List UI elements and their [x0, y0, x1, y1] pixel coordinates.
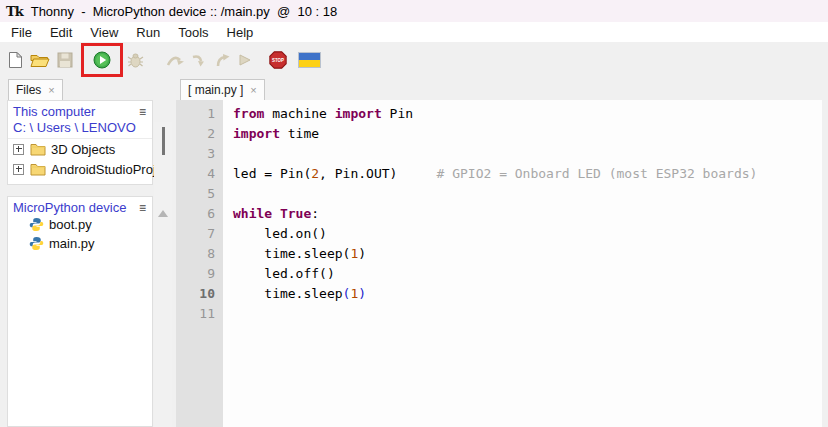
debug-bug-icon-disabled: [127, 52, 144, 69]
ukraine-support-button[interactable]: [298, 52, 321, 68]
micropython-device-section: MicroPython device ≡ boot.py: [7, 196, 153, 427]
this-computer-header: This computer ≡: [8, 101, 152, 119]
editor-tab-close-icon[interactable]: ×: [250, 84, 256, 96]
micropython-device-title: MicroPython device: [13, 200, 126, 215]
toolbar: STOP: [0, 42, 828, 78]
line-number: 2: [176, 124, 223, 144]
files-tab-row: Files ×: [0, 78, 176, 100]
title-bar: Tk Thonny - MicroPython device :: /main.…: [0, 0, 828, 22]
tree-item-boot-py[interactable]: boot.py: [8, 215, 152, 234]
code-line[interactable]: from machine import Pin: [233, 104, 822, 124]
line-number: 4: [176, 164, 223, 184]
code-line[interactable]: led = Pin(2, Pin.OUT) # GPIO2 = Onboard …: [233, 164, 822, 184]
code-line[interactable]: [233, 184, 822, 204]
stop-icon: STOP: [269, 51, 287, 69]
tree-item-3d-objects[interactable]: 3D Objects: [8, 139, 152, 159]
editor-tab-label: [ main.py ]: [188, 83, 243, 97]
files-tab-label: Files: [16, 83, 41, 97]
code-line[interactable]: import time: [233, 124, 822, 144]
line-number: 7: [176, 224, 223, 244]
menu-view[interactable]: View: [81, 23, 127, 42]
tree-item-label: 3D Objects: [51, 142, 115, 157]
new-file-icon: [8, 51, 23, 69]
files-scrollbar[interactable]: [154, 122, 172, 427]
tree-item-label: main.py: [49, 236, 95, 251]
debug-script-button: [127, 52, 144, 69]
ukraine-flag-icon: [298, 52, 321, 68]
step-into-button: [191, 52, 207, 68]
this-computer-section: This computer ≡ C: \ Users \ LENOVO 3D O…: [7, 100, 153, 185]
files-tab[interactable]: Files ×: [8, 79, 63, 100]
stop-restart-button[interactable]: STOP: [269, 51, 287, 69]
line-number: 8: [176, 244, 223, 264]
open-file-button[interactable]: [30, 52, 50, 68]
tree-item-label: AndroidStudioProjec: [51, 162, 170, 177]
line-number: 11: [176, 304, 223, 324]
code-line[interactable]: led.off(): [233, 264, 822, 284]
tree-item-main-py[interactable]: main.py: [8, 234, 152, 253]
menu-help[interactable]: Help: [218, 23, 263, 42]
folder-icon: [30, 162, 46, 176]
line-number: 5: [176, 184, 223, 204]
python-file-icon: [29, 217, 44, 232]
step-into-icon-disabled: [191, 52, 207, 68]
python-file-icon: [29, 236, 44, 251]
resume-icon-disabled: [237, 52, 252, 68]
window-title: Thonny - MicroPython device :: /main.py …: [31, 4, 338, 19]
save-file-button: [57, 52, 73, 68]
line-number: 1: [176, 104, 223, 124]
step-out-button: [214, 52, 230, 68]
code-line[interactable]: led.on(): [233, 224, 822, 244]
code-lines[interactable]: from machine import Pinimport timeled = …: [223, 100, 822, 427]
editor-tab-main-py[interactable]: [ main.py ] ×: [180, 79, 265, 100]
line-number: 10: [176, 284, 223, 304]
open-folder-icon: [30, 52, 50, 68]
scroll-up-arrow-icon[interactable]: [158, 210, 168, 217]
menu-run[interactable]: Run: [127, 23, 169, 42]
editor-tab-row: [ main.py ] ×: [176, 78, 822, 100]
svg-text:STOP: STOP: [272, 58, 284, 63]
micropython-device-header: MicroPython device ≡: [8, 197, 152, 215]
tree-item-androidstudioprojec[interactable]: AndroidStudioProjec: [8, 159, 152, 179]
code-line[interactable]: time.sleep(1): [233, 284, 822, 304]
editor-pane: [ main.py ] × 1234567891011 from machine…: [176, 78, 822, 427]
thonny-app-icon: Tk: [6, 4, 23, 19]
current-path[interactable]: C: \ Users \ LENOVO: [8, 119, 152, 139]
files-scrollbar-thumb[interactable]: [162, 127, 165, 155]
menu-file[interactable]: File: [2, 23, 41, 42]
menu-edit[interactable]: Edit: [41, 23, 81, 42]
files-tab-close-icon[interactable]: ×: [48, 84, 54, 96]
resume-button: [237, 52, 252, 68]
step-over-icon-disabled: [166, 52, 184, 68]
editor-body: 1234567891011 from machine import Pinimp…: [176, 100, 822, 427]
code-line[interactable]: time.sleep(1): [233, 244, 822, 264]
run-icon: [93, 51, 111, 69]
tree-item-label: boot.py: [49, 217, 92, 232]
micropython-device-menu-icon[interactable]: ≡: [137, 203, 148, 213]
this-computer-menu-icon[interactable]: ≡: [137, 107, 148, 117]
main-area: Files × This computer ≡ C: \ Users \ LEN…: [0, 78, 828, 427]
expand-plus-icon[interactable]: [13, 144, 24, 155]
line-number: 6: [176, 204, 223, 224]
step-out-icon-disabled: [214, 52, 230, 68]
gutter: 1234567891011: [176, 100, 223, 427]
menu-tools[interactable]: Tools: [169, 23, 217, 42]
files-panel-content: This computer ≡ C: \ Users \ LENOVO 3D O…: [0, 100, 176, 427]
step-over-button: [166, 52, 184, 68]
line-number: 3: [176, 144, 223, 164]
code-line[interactable]: while True:: [233, 204, 822, 224]
expand-plus-icon[interactable]: [13, 164, 24, 175]
run-current-script-button[interactable]: [93, 51, 111, 69]
new-file-button[interactable]: [8, 51, 23, 69]
thonny-window: Tk Thonny - MicroPython device :: /main.…: [0, 0, 828, 427]
folder-icon: [30, 142, 46, 156]
line-number: 9: [176, 264, 223, 284]
this-computer-title: This computer: [13, 104, 95, 119]
menu-bar: File Edit View Run Tools Help: [0, 22, 828, 42]
files-panel: Files × This computer ≡ C: \ Users \ LEN…: [0, 78, 176, 427]
run-button-highlight-box: [81, 43, 123, 77]
save-icon-disabled: [57, 52, 73, 68]
code-line[interactable]: [233, 304, 822, 324]
code-line[interactable]: [233, 144, 822, 164]
right-edge-strip: [822, 78, 828, 427]
